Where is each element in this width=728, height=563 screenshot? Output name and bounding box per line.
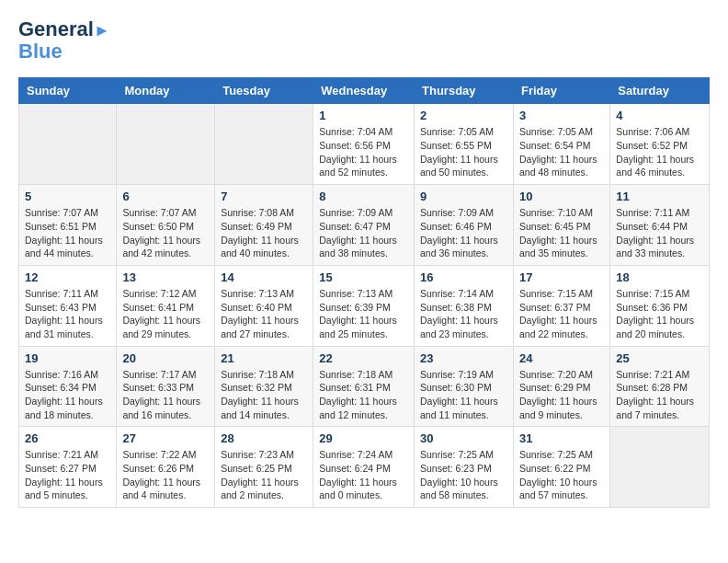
day-info: Sunrise: 7:12 AM Sunset: 6:41 PM Dayligh…: [122, 287, 209, 341]
calendar-cell: 25Sunrise: 7:21 AM Sunset: 6:28 PM Dayli…: [610, 346, 710, 427]
calendar-cell: [215, 104, 313, 185]
weekday-header-sunday: Sunday: [19, 78, 117, 104]
day-info: Sunrise: 7:23 AM Sunset: 6:25 PM Dayligh…: [221, 448, 307, 502]
day-info: Sunrise: 7:09 AM Sunset: 6:47 PM Dayligh…: [319, 206, 408, 260]
calendar-cell: 8Sunrise: 7:09 AM Sunset: 6:47 PM Daylig…: [313, 185, 415, 266]
calendar-table: SundayMondayTuesdayWednesdayThursdayFrid…: [18, 77, 710, 508]
day-info: Sunrise: 7:15 AM Sunset: 6:36 PM Dayligh…: [616, 287, 703, 341]
day-number: 28: [221, 431, 307, 445]
day-number: 14: [221, 270, 307, 284]
day-number: 15: [319, 270, 408, 284]
weekday-header-monday: Monday: [117, 78, 215, 104]
day-info: Sunrise: 7:05 AM Sunset: 6:54 PM Dayligh…: [519, 125, 604, 179]
logo-blue: Blue: [18, 40, 63, 63]
day-number: 6: [122, 190, 209, 203]
logo-text: General►Blue: [18, 18, 110, 63]
day-info: Sunrise: 7:06 AM Sunset: 6:52 PM Dayligh…: [616, 125, 703, 179]
day-info: Sunrise: 7:24 AM Sunset: 6:24 PM Dayligh…: [319, 448, 408, 502]
calendar-cell: 10Sunrise: 7:10 AM Sunset: 6:45 PM Dayli…: [513, 185, 609, 266]
logo-general: General: [18, 17, 94, 40]
calendar-cell: 11Sunrise: 7:11 AM Sunset: 6:44 PM Dayli…: [610, 185, 710, 266]
day-number: 19: [25, 351, 110, 365]
calendar-cell: 31Sunrise: 7:25 AM Sunset: 6:22 PM Dayli…: [513, 427, 609, 508]
day-number: 7: [221, 190, 307, 203]
day-info: Sunrise: 7:11 AM Sunset: 6:43 PM Dayligh…: [25, 287, 110, 341]
calendar-cell: 29Sunrise: 7:24 AM Sunset: 6:24 PM Dayli…: [313, 427, 415, 508]
day-number: 25: [616, 351, 703, 365]
calendar-cell: [19, 104, 117, 185]
weekday-header-friday: Friday: [513, 78, 609, 104]
calendar-cell: 15Sunrise: 7:13 AM Sunset: 6:39 PM Dayli…: [313, 265, 415, 346]
calendar-cell: 26Sunrise: 7:21 AM Sunset: 6:27 PM Dayli…: [19, 427, 117, 508]
calendar-cell: 12Sunrise: 7:11 AM Sunset: 6:43 PM Dayli…: [19, 265, 117, 346]
calendar-cell: [117, 104, 215, 185]
calendar-cell: [610, 427, 710, 508]
day-number: 29: [319, 431, 408, 445]
calendar-cell: 9Sunrise: 7:09 AM Sunset: 6:46 PM Daylig…: [415, 185, 514, 266]
day-info: Sunrise: 7:21 AM Sunset: 6:28 PM Dayligh…: [616, 368, 703, 422]
calendar-cell: 22Sunrise: 7:18 AM Sunset: 6:31 PM Dayli…: [313, 346, 415, 427]
day-number: 11: [616, 190, 703, 203]
calendar-cell: 28Sunrise: 7:23 AM Sunset: 6:25 PM Dayli…: [215, 427, 313, 508]
day-number: 18: [616, 270, 703, 284]
weekday-header-saturday: Saturday: [610, 78, 710, 104]
day-info: Sunrise: 7:25 AM Sunset: 6:22 PM Dayligh…: [519, 448, 604, 502]
page-header: General►Blue: [18, 18, 710, 63]
calendar-cell: 2Sunrise: 7:05 AM Sunset: 6:55 PM Daylig…: [415, 104, 514, 185]
day-info: Sunrise: 7:11 AM Sunset: 6:44 PM Dayligh…: [616, 206, 703, 260]
weekday-header-tuesday: Tuesday: [215, 78, 313, 104]
day-number: 16: [420, 270, 507, 284]
day-info: Sunrise: 7:13 AM Sunset: 6:39 PM Dayligh…: [319, 287, 408, 341]
day-number: 22: [319, 351, 408, 365]
day-number: 23: [420, 351, 507, 365]
day-info: Sunrise: 7:16 AM Sunset: 6:34 PM Dayligh…: [25, 368, 110, 422]
day-number: 13: [122, 270, 209, 284]
weekday-header-row: SundayMondayTuesdayWednesdayThursdayFrid…: [19, 78, 710, 104]
calendar-week-row: 5Sunrise: 7:07 AM Sunset: 6:51 PM Daylig…: [19, 185, 710, 266]
day-info: Sunrise: 7:18 AM Sunset: 6:32 PM Dayligh…: [221, 368, 307, 422]
day-number: 4: [616, 109, 703, 122]
logo: General►Blue: [18, 18, 110, 63]
day-info: Sunrise: 7:25 AM Sunset: 6:23 PM Dayligh…: [420, 448, 507, 502]
calendar-cell: 24Sunrise: 7:20 AM Sunset: 6:29 PM Dayli…: [513, 346, 609, 427]
day-info: Sunrise: 7:14 AM Sunset: 6:38 PM Dayligh…: [420, 287, 507, 341]
calendar-cell: 13Sunrise: 7:12 AM Sunset: 6:41 PM Dayli…: [117, 265, 215, 346]
day-number: 27: [122, 431, 209, 445]
day-number: 3: [519, 109, 604, 122]
calendar-cell: 27Sunrise: 7:22 AM Sunset: 6:26 PM Dayli…: [117, 427, 215, 508]
calendar-cell: 30Sunrise: 7:25 AM Sunset: 6:23 PM Dayli…: [415, 427, 514, 508]
calendar-cell: 17Sunrise: 7:15 AM Sunset: 6:37 PM Dayli…: [513, 265, 609, 346]
calendar-week-row: 19Sunrise: 7:16 AM Sunset: 6:34 PM Dayli…: [19, 346, 710, 427]
day-number: 10: [519, 190, 604, 203]
day-number: 8: [319, 190, 408, 203]
day-info: Sunrise: 7:09 AM Sunset: 6:46 PM Dayligh…: [420, 206, 507, 260]
calendar-cell: 20Sunrise: 7:17 AM Sunset: 6:33 PM Dayli…: [117, 346, 215, 427]
day-number: 1: [319, 109, 408, 122]
day-info: Sunrise: 7:04 AM Sunset: 6:56 PM Dayligh…: [319, 125, 408, 179]
day-number: 17: [519, 270, 604, 284]
day-number: 9: [420, 190, 507, 203]
calendar-cell: 16Sunrise: 7:14 AM Sunset: 6:38 PM Dayli…: [415, 265, 514, 346]
day-info: Sunrise: 7:17 AM Sunset: 6:33 PM Dayligh…: [122, 368, 209, 422]
calendar-cell: 4Sunrise: 7:06 AM Sunset: 6:52 PM Daylig…: [610, 104, 710, 185]
day-info: Sunrise: 7:18 AM Sunset: 6:31 PM Dayligh…: [319, 368, 408, 422]
weekday-header-wednesday: Wednesday: [313, 78, 415, 104]
day-number: 24: [519, 351, 604, 365]
calendar-cell: 5Sunrise: 7:07 AM Sunset: 6:51 PM Daylig…: [19, 185, 117, 266]
day-info: Sunrise: 7:05 AM Sunset: 6:55 PM Dayligh…: [420, 125, 507, 179]
calendar-week-row: 1Sunrise: 7:04 AM Sunset: 6:56 PM Daylig…: [19, 104, 710, 185]
day-number: 2: [420, 109, 507, 122]
day-info: Sunrise: 7:13 AM Sunset: 6:40 PM Dayligh…: [221, 287, 307, 341]
day-number: 31: [519, 431, 604, 445]
day-number: 5: [25, 190, 110, 203]
day-info: Sunrise: 7:20 AM Sunset: 6:29 PM Dayligh…: [519, 368, 604, 422]
day-info: Sunrise: 7:21 AM Sunset: 6:27 PM Dayligh…: [25, 448, 110, 502]
calendar-cell: 23Sunrise: 7:19 AM Sunset: 6:30 PM Dayli…: [415, 346, 514, 427]
day-number: 21: [221, 351, 307, 365]
day-number: 20: [122, 351, 209, 365]
calendar-cell: 18Sunrise: 7:15 AM Sunset: 6:36 PM Dayli…: [610, 265, 710, 346]
day-info: Sunrise: 7:10 AM Sunset: 6:45 PM Dayligh…: [519, 206, 604, 260]
calendar-week-row: 26Sunrise: 7:21 AM Sunset: 6:27 PM Dayli…: [19, 427, 710, 508]
day-info: Sunrise: 7:19 AM Sunset: 6:30 PM Dayligh…: [420, 368, 507, 422]
calendar-cell: 14Sunrise: 7:13 AM Sunset: 6:40 PM Dayli…: [215, 265, 313, 346]
